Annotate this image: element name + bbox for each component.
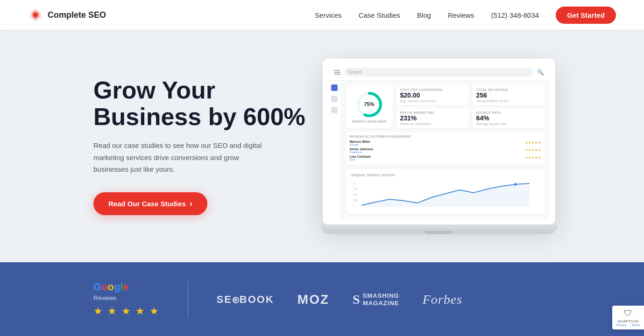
roi-card: ROI ON MARKETING 231% Return on investme… [396, 108, 469, 128]
svg-point-11 [514, 183, 517, 186]
bounce-sub: Average bounce rate [476, 122, 541, 126]
hero-cta-label: Read Our Case Studies [108, 200, 186, 208]
svg-text:750: 750 [353, 188, 358, 190]
google-reviews-block: Google Reviews ★ ★ ★ ★ ★ [93, 281, 160, 317]
recaptcha-links: Privacy - Terms [616, 323, 640, 327]
sidebar-chart-icon [331, 96, 338, 102]
cost-value: $20.00 [400, 91, 465, 99]
dash-topbar: Search 🔍 [328, 64, 550, 81]
search-placeholder: Search [348, 70, 363, 75]
circle-percent: 75% [364, 101, 374, 107]
right-stats-col: TOTAL KEYWORDS 256 Top and bottom 10 lis… [473, 85, 545, 128]
dashboard-inner: Search 🔍 [328, 64, 550, 219]
hero-title: Grow Your Business by 600% [93, 77, 308, 130]
total-keywords-card: TOTAL KEYWORDS 256 Top and bottom 10 lis… [473, 85, 545, 105]
recaptcha-terms[interactable]: Terms [631, 323, 640, 327]
traffic-rate-card: 75% TRAFFIC GROW RATE [346, 85, 393, 128]
forbes-logo: Forbes [423, 292, 462, 307]
hero-section: Grow Your Business by 600% Read our case… [0, 30, 644, 262]
review-stars-2: ★★★★★ [525, 156, 541, 160]
review-person-2: Lisa Coleman Zyro [350, 155, 371, 161]
logo-icon [28, 7, 43, 22]
recaptcha-logo-icon: 🛡 [624, 308, 632, 318]
bounce-value: 64% [476, 114, 541, 122]
reviews-row: REVIEWS & CUSTOMER ENGAGEMENT Marcus Mil… [346, 132, 545, 165]
recaptcha-privacy[interactable]: Privacy [616, 323, 627, 327]
hero-subtitle: Read our case studies to see how our SEO… [93, 140, 271, 175]
reviews-card: REVIEWS & CUSTOMER ENGAGEMENT Marcus Mil… [346, 132, 545, 165]
nav-link-services[interactable]: Services [315, 11, 342, 19]
bounce-label: BOUNCE RATE [476, 111, 541, 114]
nav-links: Services Case Studies Blog Reviews (512)… [315, 7, 616, 24]
brands-section: Google Reviews ★ ★ ★ ★ ★ SE⊕BOOK MOZ S S… [0, 262, 644, 336]
seobook-logo: SE⊕BOOK [216, 294, 274, 306]
recaptcha-label: reCAPTCHA [617, 319, 638, 323]
cost-sub: Avg. cost per conversion [400, 99, 465, 103]
hero-cta-arrow: › [190, 199, 192, 209]
dash-stats: 75% TRAFFIC GROW RATE COST PER CONVERSIO… [346, 85, 545, 128]
traffic-chart-card: ORGANIC TRAFFIC HISTORY 1k 750 500 250 0 [346, 169, 545, 214]
nav-cta-button[interactable]: Get Started [556, 7, 616, 24]
search-icon: 🔍 [537, 69, 544, 76]
nav-link-blog[interactable]: Blog [417, 11, 431, 19]
laptop-base [320, 225, 558, 234]
roi-sub: Return on investment [400, 122, 465, 126]
dash-search: Search [344, 68, 533, 77]
svg-text:0: 0 [353, 204, 355, 207]
hamburger-icon [334, 70, 340, 75]
traffic-chart-svg: 1k 750 500 250 0 [351, 180, 540, 208]
traffic-circle: 75% [355, 91, 383, 119]
navbar: Complete SEO Services Case Studies Blog … [0, 0, 644, 30]
moz-logo: MOZ [297, 292, 329, 307]
cost-per-conversion-card: COST PER CONVERSION $20.00 Avg. cost per… [396, 85, 469, 105]
sidebar-home-icon [331, 84, 338, 91]
brand-divider [188, 281, 188, 318]
google-stars: ★ ★ ★ ★ ★ [93, 305, 160, 317]
sidebar-settings-icon [331, 107, 338, 113]
logo-area[interactable]: Complete SEO [28, 7, 106, 22]
hero-cta-button[interactable]: Read Our Case Studies › [93, 192, 207, 215]
review-stars-0: ★★★★★ [525, 141, 541, 145]
review-item-0: Marcus Miller Google ★★★★★ [350, 140, 541, 146]
review-person-1: Annie Johnson Facebook [350, 147, 374, 154]
bounce-rate-card: BOUNCE RATE 64% Average bounce rate [473, 108, 545, 128]
laptop-screen: Search 🔍 [322, 58, 556, 225]
google-reviews-subtitle: Reviews [93, 294, 116, 301]
keywords-value: 256 [476, 91, 541, 99]
cost-label: COST PER CONVERSION [400, 88, 465, 91]
reviews-label: REVIEWS & CUSTOMER ENGAGEMENT [350, 135, 541, 138]
keywords-sub: Top and bottom 10 list [476, 99, 541, 103]
brand-logos: SE⊕BOOK MOZ S SMASHINGMAGAZINE Forbes [216, 292, 551, 307]
dashboard-mockup: Search 🔍 [308, 58, 569, 234]
review-item-2: Lisa Coleman Zyro ★★★★★ [350, 155, 541, 161]
roi-value: 231% [400, 114, 465, 122]
nav-link-reviews[interactable]: Reviews [448, 11, 474, 19]
dash-body: 75% TRAFFIC GROW RATE COST PER CONVERSIO… [328, 81, 550, 219]
keywords-label: TOTAL KEYWORDS [476, 88, 541, 91]
review-stars-1: ★★★★★ [525, 148, 541, 152]
google-title: Google [93, 281, 129, 293]
dash-sidebar [328, 81, 341, 219]
laptop-outer: Search 🔍 [322, 58, 556, 234]
svg-text:250: 250 [353, 199, 358, 202]
hero-content: Grow Your Business by 600% Read our case… [93, 77, 308, 215]
svg-text:500: 500 [353, 193, 358, 196]
nav-phone[interactable]: (512) 348-8034 [491, 11, 539, 19]
middle-stats-col: COST PER CONVERSION $20.00 Avg. cost per… [396, 85, 469, 128]
review-item-1: Annie Johnson Facebook ★★★★★ [350, 147, 541, 154]
svg-marker-10 [361, 183, 530, 207]
traffic-label: TRAFFIC GROW RATE [352, 120, 386, 123]
chart-title: ORGANIC TRAFFIC HISTORY [351, 174, 540, 177]
smashing-logo: S SMASHINGMAGAZINE [353, 292, 399, 307]
brand-name: Complete SEO [48, 10, 106, 20]
svg-text:1k: 1k [353, 182, 356, 185]
roi-label: ROI ON MARKETING [400, 111, 465, 114]
nav-link-case-studies[interactable]: Case Studies [359, 11, 400, 19]
dash-main: 75% TRAFFIC GROW RATE COST PER CONVERSIO… [341, 81, 550, 219]
review-person-0: Marcus Miller Google [350, 140, 371, 146]
recaptcha-badge: 🛡 reCAPTCHA Privacy - Terms [612, 306, 644, 329]
